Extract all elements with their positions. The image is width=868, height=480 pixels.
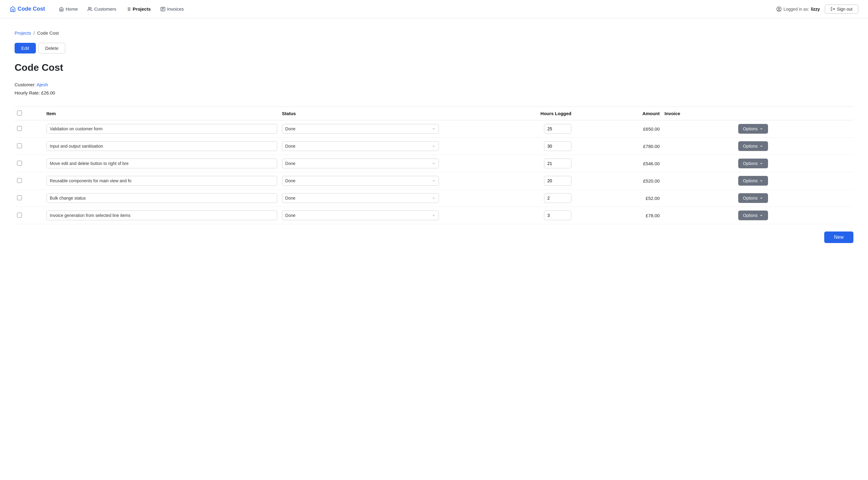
svg-point-0 <box>88 7 90 9</box>
customer-label: Customer: <box>14 82 36 87</box>
delete-button[interactable]: Delete <box>38 43 65 54</box>
items-table-container: Item Status Hours Logged Amount Invoice <box>14 107 854 224</box>
row-hours-input[interactable] <box>544 211 571 220</box>
row-hours-cell <box>441 120 574 138</box>
row-checkbox[interactable] <box>17 143 22 148</box>
select-all-checkbox[interactable] <box>17 110 22 116</box>
customer-link[interactable]: Ajesh <box>37 82 48 87</box>
row-item-input[interactable] <box>46 211 277 220</box>
options-button[interactable]: Options <box>738 176 768 186</box>
options-label: Options <box>743 126 758 131</box>
main-content: Projects / Code Cost Edit Delete Code Co… <box>0 18 868 255</box>
row-item-input[interactable] <box>46 193 277 203</box>
row-status-select[interactable]: DoneIn ProgressTo DoCancelled <box>282 124 439 134</box>
row-item-input[interactable] <box>46 124 277 134</box>
row-amount-value: £780.00 <box>643 144 659 149</box>
row-amount-cell: £78.00 <box>574 207 662 224</box>
nav-customers-label: Customers <box>94 6 116 11</box>
nav-home[interactable]: Home <box>55 4 82 14</box>
row-options-cell: Options <box>736 155 854 172</box>
chevron-down-icon <box>760 162 763 165</box>
row-status-select[interactable]: DoneIn ProgressTo DoCancelled <box>282 176 439 186</box>
nav-invoices[interactable]: Invoices <box>156 4 188 14</box>
row-status-select[interactable]: DoneIn ProgressTo DoCancelled <box>282 193 439 203</box>
chevron-down-icon <box>760 144 763 148</box>
row-status-select[interactable]: DoneIn ProgressTo DoCancelled <box>282 159 439 168</box>
table-row: DoneIn ProgressTo DoCancelled £52.00 Opt… <box>14 190 854 207</box>
row-item-input[interactable] <box>46 176 277 186</box>
new-button[interactable]: New <box>824 231 854 243</box>
options-button[interactable]: Options <box>738 124 768 134</box>
invoices-icon <box>160 7 165 11</box>
chevron-down-icon <box>760 127 763 131</box>
action-buttons: Edit Delete <box>14 43 854 54</box>
options-button[interactable]: Options <box>738 211 768 220</box>
navbar: Code Cost Home Customers Projects <box>0 0 868 18</box>
table-row: DoneIn ProgressTo DoCancelled £546.00 Op… <box>14 155 854 172</box>
row-amount-cell: £780.00 <box>574 138 662 155</box>
row-hours-input[interactable] <box>544 124 571 134</box>
items-table: Item Status Hours Logged Amount Invoice <box>14 107 854 224</box>
nav-projects[interactable]: Projects <box>122 4 155 14</box>
col-header-amount: Amount <box>574 107 662 120</box>
sign-out-button[interactable]: Sign out <box>825 5 858 14</box>
row-invoice-cell <box>662 155 736 172</box>
row-item-cell <box>44 190 280 207</box>
row-invoice-cell <box>662 138 736 155</box>
row-amount-value: £520.00 <box>643 178 659 184</box>
edit-button[interactable]: Edit <box>14 43 36 54</box>
options-label: Options <box>743 144 758 149</box>
nav-invoices-label: Invoices <box>167 6 184 11</box>
row-amount-cell: £650.00 <box>574 120 662 138</box>
user-circle-icon <box>776 6 782 12</box>
nav-home-label: Home <box>66 6 78 11</box>
row-status-cell: DoneIn ProgressTo DoCancelled <box>280 172 442 190</box>
home-icon <box>59 7 64 11</box>
col-header-invoice: Invoice <box>662 107 736 120</box>
table-row: DoneIn ProgressTo DoCancelled £520.00 Op… <box>14 172 854 190</box>
row-hours-input[interactable] <box>544 193 571 203</box>
row-item-cell <box>44 155 280 172</box>
customers-icon <box>88 7 92 11</box>
row-checkbox[interactable] <box>17 126 22 131</box>
chevron-down-icon <box>760 214 763 217</box>
brand-logo[interactable]: Code Cost <box>10 6 45 12</box>
breadcrumb-parent-link[interactable]: Projects <box>14 30 31 36</box>
col-header-check <box>14 107 44 120</box>
options-button[interactable]: Options <box>738 159 768 168</box>
meta-info: Customer: Ajesh Hourly Rate: £26.00 <box>14 81 854 97</box>
nav-links: Home Customers Projects Invoices <box>55 4 776 14</box>
row-item-input[interactable] <box>46 159 277 168</box>
nav-right: Logged in as: lizzy Sign out <box>776 5 858 14</box>
row-invoice-cell <box>662 207 736 224</box>
row-hours-input[interactable] <box>544 159 571 168</box>
row-check-cell <box>14 120 44 138</box>
row-item-cell <box>44 120 280 138</box>
options-button[interactable]: Options <box>738 193 768 203</box>
hourly-rate-line: Hourly Rate: £26.00 <box>14 89 854 97</box>
row-status-select[interactable]: DoneIn ProgressTo DoCancelled <box>282 141 439 151</box>
table-row: DoneIn ProgressTo DoCancelled £650.00 Op… <box>14 120 854 138</box>
breadcrumb-separator: / <box>33 30 35 36</box>
row-item-input[interactable] <box>46 141 277 151</box>
row-options-cell: Options <box>736 190 854 207</box>
options-button[interactable]: Options <box>738 141 768 151</box>
row-options-cell: Options <box>736 172 854 190</box>
options-label: Options <box>743 161 758 166</box>
row-hours-input[interactable] <box>544 176 571 186</box>
table-row: DoneIn ProgressTo DoCancelled £78.00 Opt… <box>14 207 854 224</box>
row-checkbox[interactable] <box>17 161 22 166</box>
row-options-cell: Options <box>736 138 854 155</box>
row-item-cell <box>44 207 280 224</box>
nav-projects-label: Projects <box>133 6 151 11</box>
row-item-cell <box>44 138 280 155</box>
row-checkbox[interactable] <box>17 213 22 218</box>
row-invoice-cell <box>662 190 736 207</box>
row-hours-input[interactable] <box>544 141 571 151</box>
nav-customers[interactable]: Customers <box>83 4 121 14</box>
row-checkbox[interactable] <box>17 195 22 200</box>
username: lizzy <box>811 7 820 11</box>
breadcrumb-current: Code Cost <box>37 30 59 36</box>
row-checkbox[interactable] <box>17 178 22 183</box>
row-status-select[interactable]: DoneIn ProgressTo DoCancelled <box>282 211 439 220</box>
